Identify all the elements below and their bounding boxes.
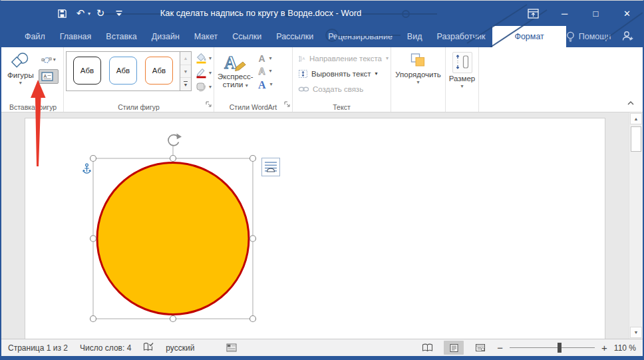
tab-developer[interactable]: Разработчик (429, 26, 492, 47)
chevron-down-icon: ▾ (209, 71, 212, 76)
save-button[interactable] (53, 5, 71, 22)
chevron-down-icon: ▾ (269, 69, 272, 74)
shape-style-preset-orange[interactable]: Абв (145, 57, 173, 85)
macro-record-button[interactable] (226, 343, 237, 352)
word-count[interactable]: Число слов: 4 (80, 343, 131, 353)
chevron-up-icon (627, 100, 635, 106)
gallery-more-button[interactable]: ▼ (180, 78, 191, 90)
tab-file[interactable]: Файл (17, 26, 53, 47)
shape-effects-button[interactable]: ▾ (194, 81, 213, 92)
zoom-out-button[interactable]: − (497, 343, 503, 353)
chevron-down-icon: ▾ (209, 56, 212, 61)
shape-outline-button[interactable]: ▾ (194, 67, 213, 79)
tab-layout[interactable]: Макет (187, 26, 225, 47)
gallery-scroll-down-button[interactable]: ▼ (180, 65, 191, 79)
shape-fill-button[interactable]: ▾ (194, 52, 213, 65)
dialog-launcher-icon (206, 101, 212, 108)
shapes-button[interactable]: Фигуры ▾ (5, 50, 37, 101)
redo-button[interactable]: ↻ (92, 5, 109, 22)
proofing-book-icon (143, 342, 154, 352)
resize-handle-w[interactable] (90, 236, 96, 242)
print-layout-button[interactable] (444, 341, 464, 355)
resize-handle-ne[interactable] (250, 156, 256, 162)
web-layout-button[interactable] (470, 341, 490, 355)
oval-shape[interactable] (97, 163, 249, 315)
tab-review[interactable]: Рецензирование (321, 26, 400, 47)
dialog-launcher-icon (284, 101, 291, 108)
maximize-button[interactable]: □ (580, 1, 611, 26)
page-indicator[interactable]: Страница 1 из 2 (8, 343, 68, 353)
zoom-in-button[interactable]: + (601, 343, 607, 353)
svg-text:A: A (258, 53, 265, 63)
minimize-button[interactable]: ─ (549, 1, 580, 26)
collapse-ribbon-button[interactable] (627, 96, 635, 108)
group-arrange: Упорядочить ▾ (391, 47, 446, 112)
tab-format-active[interactable]: Формат (492, 26, 565, 47)
proofing-status-button[interactable] (143, 342, 154, 354)
shape-styles-dialog-launcher[interactable] (206, 98, 212, 110)
tell-me-assistant[interactable]: Помощн (566, 31, 611, 43)
svg-text:A: A (43, 74, 47, 79)
scrollbar-thumb[interactable] (631, 126, 641, 152)
align-text-icon (298, 69, 308, 79)
resize-handle-s[interactable] (170, 316, 176, 322)
group-insert-shapes: Фигуры ▾ ▾ A (3, 47, 64, 112)
zoom-slider-thumb[interactable] (558, 343, 562, 353)
resize-handle-n[interactable] (170, 156, 176, 162)
tab-references[interactable]: Ссылки (225, 26, 269, 47)
zoom-level[interactable]: 110 % (614, 343, 636, 353)
ribbon-format-drawing-tools: Фигуры ▾ ▾ A (1, 47, 643, 112)
word-window: ↶ ▾ ↻ Как сделать надпись по кругу в Вор… (0, 0, 644, 360)
quick-styles-button[interactable]: А Экспресс- стили ▾ (216, 50, 255, 101)
close-button[interactable]: ✕ (611, 1, 643, 26)
shape-style-preset-black[interactable]: Абв (73, 57, 101, 85)
resize-handle-e[interactable] (250, 236, 256, 242)
resize-handle-se[interactable] (250, 316, 256, 322)
size-icon (454, 53, 470, 71)
chevron-down-icon: ▾ (269, 56, 272, 61)
chevron-down-icon: ▾ (375, 71, 378, 77)
undo-button[interactable]: ↶ (72, 5, 89, 22)
tab-view[interactable]: Вид (400, 26, 430, 47)
create-link-button[interactable]: Создать связь (298, 83, 389, 96)
language-indicator[interactable]: русский (166, 343, 194, 353)
gallery-scroll-column: ▲ ▼ ▼ (180, 52, 191, 90)
scroll-down-button[interactable]: ▼ (630, 327, 642, 338)
edit-shape-button[interactable]: ▾ (39, 53, 59, 67)
assistant-label: Помощн (579, 32, 611, 41)
tab-design[interactable]: Дизайн (144, 26, 187, 47)
share-button[interactable] (621, 31, 634, 43)
draw-text-box-button[interactable]: A (39, 69, 59, 84)
person-add-icon (621, 31, 634, 41)
edit-shape-icon (41, 55, 52, 65)
scroll-up-button[interactable]: ▲ (630, 113, 642, 124)
tab-insert[interactable]: Вставка (98, 26, 144, 47)
tab-home[interactable]: Главная (53, 26, 99, 47)
text-effects-button[interactable]: А ▾ (256, 78, 274, 90)
lightbulb-icon (566, 31, 575, 43)
zoom-slider[interactable] (510, 343, 595, 353)
tab-row-right: Помощн (566, 26, 644, 47)
shape-fill-icon (196, 53, 207, 64)
read-mode-button[interactable] (417, 341, 437, 355)
layout-options-button[interactable] (261, 158, 280, 176)
ribbon-display-options-button[interactable] (518, 1, 549, 26)
vertical-scrollbar[interactable]: ▲ ▼ (629, 112, 643, 339)
insert-shapes-mini-column: ▾ A (39, 50, 59, 101)
align-text-button[interactable]: Выровнять текст ▾ (298, 67, 389, 81)
arrange-label: Упорядочить (395, 71, 440, 79)
arrange-button[interactable]: Упорядочить ▾ (393, 50, 443, 101)
text-direction-button[interactable]: A Направление текста ▾ (298, 52, 389, 65)
text-fill-button[interactable]: A ▾ (256, 53, 274, 64)
resize-handle-nw[interactable] (90, 156, 96, 162)
rotate-handle[interactable] (168, 134, 182, 146)
shape-style-preset-blue[interactable]: Абв (109, 57, 137, 85)
gallery-scroll-up-button[interactable]: ▲ (180, 52, 191, 65)
size-button[interactable]: Размер ▾ (446, 50, 478, 101)
text-outline-button[interactable]: A ▾ (256, 65, 274, 77)
customize-qat-button[interactable] (110, 5, 128, 22)
tab-mailings[interactable]: Рассылки (269, 26, 321, 47)
resize-handle-sw[interactable] (90, 316, 96, 322)
undo-dropdown[interactable]: ▾ (88, 11, 90, 17)
wordart-dialog-launcher[interactable] (284, 98, 291, 110)
